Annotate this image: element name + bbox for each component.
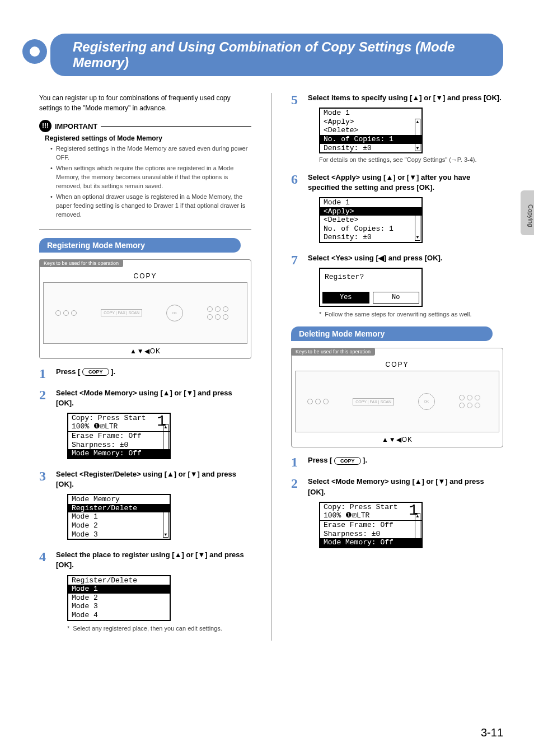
lcd-line: Erase Frame: Off	[320, 520, 421, 530]
important-item: When an optional drawer usage is registe…	[50, 193, 251, 220]
lcd-prompt: Register?	[322, 271, 419, 283]
lcd-screen: Copy: Press Start 100% ❶⎚LTR 1 Erase Fra…	[319, 502, 423, 548]
step-number: 2	[291, 477, 302, 550]
step-text: ].	[109, 367, 116, 376]
lcd-screen: Copy: Press Start 100% ❶⎚LTR 1 Erase Fra…	[67, 413, 171, 459]
lcd-line: Density: ±0	[320, 144, 421, 153]
step-4: 4 Select the place to register using [▲]…	[39, 550, 251, 633]
step-text: Select <Register/Delete> using [▲] or [▼…	[56, 470, 236, 488]
step-footnote: *Follow the same steps for overwriting s…	[319, 310, 503, 319]
scrollbar-icon: ▲▼	[415, 119, 420, 151]
step-2: 2 Select <Mode Memory> using [▲] or [▼] …	[39, 388, 251, 461]
lcd-line: <Delete>	[320, 126, 421, 135]
step-1: 1 Press [ COPY ].	[39, 367, 251, 380]
no-option: No	[373, 292, 420, 304]
step-text: Select the place to register using [▲] o…	[56, 550, 244, 569]
lcd-line: Mode 2	[68, 594, 170, 603]
step-text: ].	[361, 456, 368, 464]
step-5: 5 Select items to specify using [▲] or […	[291, 93, 503, 165]
lcd-line: Mode Memory	[68, 495, 170, 504]
step-text: Select <Mode Memory> using [▲] or [▼] an…	[56, 389, 232, 407]
right-column: 5 Select items to specify using [▲] or […	[291, 93, 503, 641]
lcd-line: Sharpness: ±0	[320, 530, 421, 539]
important-block: !!! IMPORTANT Registered settings of Mod…	[39, 120, 251, 220]
lcd-line: Mode 1	[320, 109, 421, 118]
step-text: Select <Yes> using [◀] and press [OK].	[308, 254, 442, 262]
lcd-line: Mode 3	[68, 602, 170, 611]
copy-key-icon: COPY	[82, 368, 109, 376]
panel-keys: ▲▼◀OK	[295, 436, 499, 444]
step-text: Press [	[56, 367, 82, 376]
panel-caption: COPY	[43, 272, 247, 280]
lcd-line: Register/Delete	[68, 576, 170, 585]
step-text: Press [	[308, 456, 334, 464]
lcd-line-selected: <Apply>	[320, 207, 421, 216]
lcd-screen: Mode 1 <Apply> <Delete> No. of Copies: 1…	[319, 108, 423, 153]
lcd-line: 100% ❶⎚LTR	[68, 422, 170, 431]
yes-option: Yes	[322, 292, 369, 304]
banner-bullet-icon	[22, 39, 47, 64]
step-number: 1	[39, 367, 50, 380]
lcd-line: Mode 1	[68, 512, 170, 521]
lcd-line: 100% ❶⎚LTR	[320, 511, 421, 520]
step-number: 7	[291, 253, 302, 319]
step-number: 4	[39, 550, 50, 633]
lcd-line: Mode 1	[320, 198, 421, 207]
side-tab: Copying	[521, 190, 534, 235]
step-number: 5	[291, 93, 302, 165]
control-panel-diagram: COPY | FAX | SCAN OK	[43, 282, 247, 344]
important-subtitle: Registered settings of Mode Memory	[45, 134, 251, 142]
delete-step-2: 2 Select <Mode Memory> using [▲] or [▼] …	[291, 477, 503, 550]
step-6: 6 Select <Apply> using [▲] or [▼] after …	[291, 172, 503, 245]
lcd-line: Erase Frame: Off	[68, 431, 170, 441]
step-footnote: *Select any registered place, then you c…	[67, 624, 251, 633]
control-panel-diagram: COPY | FAX | SCAN OK	[295, 371, 499, 432]
step-text: Select items to specify using [▲] or [▼]…	[308, 94, 502, 102]
step-number: 1	[291, 455, 302, 469]
left-column: You can register up to four combinations…	[39, 93, 251, 641]
page-number: 3-11	[481, 726, 503, 739]
lcd-line: Density: ±0	[320, 233, 421, 242]
lcd-line: <Apply>	[320, 118, 421, 127]
step-number: 3	[39, 469, 50, 542]
step-number: 2	[39, 388, 50, 461]
step-text: Select <Apply> using [▲] or [▼] after yo…	[308, 173, 470, 192]
lcd-screen: Register/Delete Mode 1 Mode 2 Mode 3 Mod…	[67, 575, 171, 621]
lcd-line: Mode 2	[68, 521, 170, 530]
lcd-line: Mode 4	[68, 611, 170, 620]
lcd-screen: Register? Yes No	[319, 268, 423, 307]
lcd-screen: Mode 1 <Apply> <Delete> No. of Copies: 1…	[319, 197, 423, 243]
panel-caption: COPY	[295, 361, 499, 368]
keys-box: Keys to be used for this operation COPY …	[39, 259, 251, 359]
keys-box: Keys to be used for this operation COPY …	[291, 348, 503, 447]
lcd-line-selected: No. of Copies: 1	[320, 135, 421, 144]
lcd-line-selected: Mode 1	[68, 585, 170, 594]
scrollbar-icon: ▲▼	[163, 505, 168, 538]
section-delete-title: Deleting Mode Memory	[291, 326, 493, 341]
lcd-line: No. of Copies: 1	[320, 225, 421, 234]
scrollbar-icon: ▲▼	[415, 208, 420, 241]
page-title: Registering and Using Combination of Cop…	[50, 34, 503, 76]
title-banner: Registering and Using Combination of Cop…	[39, 34, 503, 76]
section-register-title: Registering Mode Memory	[39, 238, 241, 253]
delete-step-1: 1 Press [ COPY ].	[291, 455, 503, 469]
divider	[39, 230, 251, 230]
important-icon: !!!	[39, 120, 51, 132]
lcd-line: Sharpness: ±0	[68, 441, 170, 450]
keys-label: Keys to be used for this operation	[39, 259, 123, 267]
important-rule	[101, 126, 251, 127]
step-7: 7 Select <Yes> using [◀] and press [OK].…	[291, 253, 503, 319]
step-footnote: For details on the settings, see "Copy S…	[319, 156, 503, 164]
lcd-line-selected: Mode Memory: Off	[320, 538, 421, 547]
step-number: 6	[291, 172, 302, 245]
footnote-text: Follow the same steps for overwriting se…	[325, 310, 471, 319]
lcd-line-selected: Register/Delete	[68, 504, 170, 513]
important-item: Registered settings in the Mode Memory a…	[50, 144, 251, 162]
keys-label: Keys to be used for this operation	[291, 348, 375, 356]
panel-keys: ▲▼◀OK	[43, 347, 247, 355]
scrollbar-icon: ▲▼	[163, 424, 168, 457]
lcd-line: Mode 3	[68, 530, 170, 539]
lcd-screen: Mode Memory Register/Delete Mode 1 Mode …	[67, 494, 171, 540]
scrollbar-icon: ▲▼	[415, 513, 420, 546]
important-item: When settings which require the options …	[50, 164, 251, 191]
